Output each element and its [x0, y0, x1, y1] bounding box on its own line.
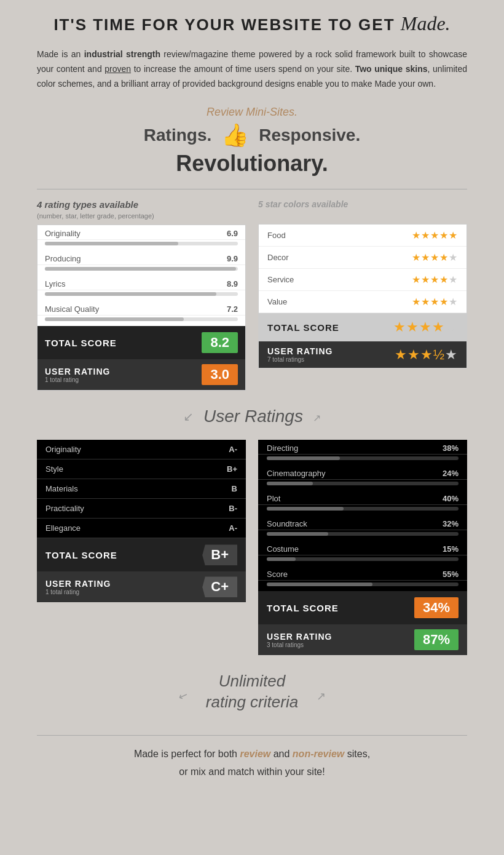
- total-score-number: TOTAL SCORE 8.2: [37, 326, 245, 359]
- table-row: Decor ★★★★★: [259, 247, 467, 269]
- table-row: Cinematography 24%: [258, 465, 467, 480]
- unlimited-arrows: ↗ Unlimitedrating criteria ↗: [37, 667, 467, 725]
- total-score-badge: 8.2: [202, 332, 238, 353]
- rating-types-label: 4 rating types available: [37, 199, 246, 210]
- tagline-big: Revolutionary.: [37, 151, 467, 177]
- letter-panel-wrapper: Originality A- Style B+ Materials B Prac…: [37, 440, 246, 602]
- user-rating-letter: USER RATING 1 total rating C+: [37, 571, 246, 602]
- arrow-right-icon: ↗: [313, 412, 321, 424]
- arrow-left-icon: ↗: [183, 410, 194, 425]
- pct-panel-wrapper: Directing 38% Cinematography 24% Plot: [258, 440, 467, 655]
- tagline-block: Review Mini-Sites. Ratings. 👍 Responsive…: [37, 106, 467, 177]
- table-row: Food ★★★★★: [259, 225, 467, 247]
- table-row: Ellegance A-: [37, 519, 246, 538]
- number-panel: Originality 6.9 Producing 9.9 Lyrics 8: [37, 225, 246, 391]
- total-score-pct-badge: 34%: [414, 597, 459, 618]
- number-panel-wrapper: 4 rating types available (number, star, …: [37, 199, 246, 391]
- table-row: Plot 40%: [258, 490, 467, 505]
- table-row: Producing 9.9: [37, 250, 245, 265]
- star-panel-wrapper: 5 star colors available placeholder Food…: [258, 199, 467, 368]
- footer-nonreview: non-review: [293, 749, 344, 759]
- table-row: Musical Quality 7.2: [37, 301, 245, 316]
- pct-panel: Directing 38% Cinematography 24% Plot: [258, 440, 467, 655]
- rating-types-sub: (number, star, letter grade, percentage): [37, 212, 246, 220]
- table-row: Score 55%: [258, 566, 467, 581]
- table-row: Originality A-: [37, 440, 246, 459]
- tagline-row: Ratings. 👍 Responsive.: [37, 122, 467, 148]
- user-rating-pct: USER RATING 3 total ratings 87%: [258, 624, 467, 655]
- hero-title: IT'S TIME FOR YOUR WEBSITE TO GET Made.: [37, 12, 467, 35]
- table-row: Practicality B-: [37, 499, 246, 519]
- total-score-letter-badge: B+: [202, 544, 237, 565]
- total-score-letter: TOTAL SCORE B+: [37, 538, 246, 571]
- table-row: Value ★★★★★: [259, 291, 467, 313]
- tagline-sub: Review Mini-Sites.: [37, 106, 467, 119]
- letter-panel: Originality A- Style B+ Materials B Prac…: [37, 440, 246, 602]
- table-row: Originality 6.9: [37, 225, 245, 240]
- star-colors-label: 5 star colors available: [258, 199, 467, 209]
- total-score-star: TOTAL SCORE ★★★★★: [259, 313, 467, 341]
- footer-review: review: [240, 749, 270, 759]
- top-panels-row: 4 rating types available (number, star, …: [37, 199, 467, 391]
- user-rating-badge: 3.0: [202, 364, 238, 385]
- user-rating-pct-badge: 87%: [414, 629, 459, 650]
- total-score-pct: TOTAL SCORE 34%: [258, 591, 467, 624]
- table-row: Style B+: [37, 459, 246, 479]
- bottom-panels-row: Originality A- Style B+ Materials B Prac…: [37, 440, 467, 655]
- intro-text: Made is an industrial strength review/ma…: [37, 47, 467, 91]
- table-row: Soundtrack 32%: [258, 515, 467, 530]
- user-ratings-section: ↗ User Ratings ↗: [37, 403, 467, 432]
- user-rating-star: USER RATING 7 total ratings ★★★½★: [259, 341, 467, 368]
- user-rating-letter-badge: C+: [202, 576, 237, 597]
- table-row: Lyrics 8.9: [37, 276, 245, 290]
- user-rating-number: USER RATING 1 total rating 3.0: [37, 359, 245, 390]
- table-row: Directing 38%: [258, 440, 467, 455]
- unlim-arrow-left-icon: ↗: [176, 688, 190, 704]
- table-row: Service ★★★★★: [259, 269, 467, 291]
- user-ratings-label: User Ratings: [203, 407, 303, 426]
- star-panel: Food ★★★★★ Decor ★★★★★ Service ★★★★★ Val…: [258, 224, 467, 368]
- table-row: Materials B: [37, 479, 246, 499]
- footer-text: Made is perfect for both review and non-…: [37, 746, 467, 781]
- table-row: Costume 15%: [258, 541, 467, 555]
- thumb-icon: 👍: [221, 122, 249, 148]
- unlimited-label: Unlimitedrating criteria: [206, 671, 298, 713]
- unlim-arrow-right-icon: ↗: [317, 690, 326, 703]
